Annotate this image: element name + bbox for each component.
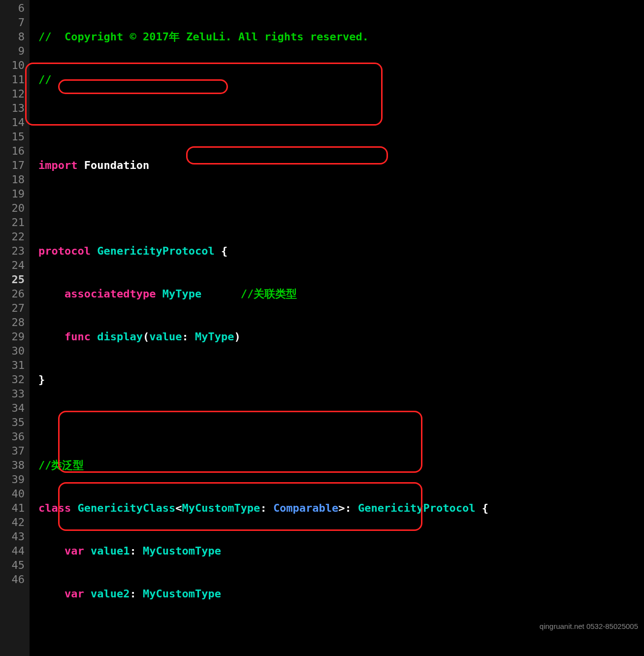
line-number: 36 <box>0 429 25 444</box>
comment-text: // <box>38 73 52 86</box>
line-number: 37 <box>0 444 25 458</box>
line-number: 21 <box>0 215 25 230</box>
line-number: 8 <box>0 30 25 44</box>
func-name: display <box>97 330 143 343</box>
line-number: 35 <box>0 415 25 429</box>
line-number: 20 <box>0 201 25 215</box>
keyword: func <box>64 330 91 343</box>
code-line: var value1: MyCustomType <box>38 544 644 558</box>
comment-text: //关联类型 <box>241 288 297 300</box>
line-number: 19 <box>0 187 25 201</box>
code-line: func display(value: MyType) <box>38 329 644 344</box>
keyword: var <box>64 588 84 600</box>
code-line: // Copyright © 2017年 ZeluLi. All rights … <box>38 30 644 44</box>
line-number-gutter: 6789101112131415161718192021222324252627… <box>0 0 30 656</box>
line-number: 26 <box>0 287 25 301</box>
line-number: 46 <box>0 572 25 587</box>
line-number: 7 <box>0 15 25 30</box>
keyword: protocol <box>38 245 91 257</box>
line-number: 39 <box>0 472 25 487</box>
line-number: 18 <box>0 172 25 187</box>
line-number: 43 <box>0 529 25 544</box>
line-number: 14 <box>0 115 25 130</box>
code-line: //类泛型 <box>38 458 644 472</box>
line-number: 42 <box>0 515 25 529</box>
line-number: 41 <box>0 501 25 515</box>
code-area[interactable]: // Copyright © 2017年 ZeluLi. All rights … <box>30 0 644 656</box>
line-number: 33 <box>0 387 25 401</box>
line-number: 13 <box>0 101 25 115</box>
keyword: associatedtype <box>64 288 156 300</box>
keyword: import <box>38 159 77 171</box>
type-name: GenericityClass <box>77 502 175 514</box>
code-line <box>38 201 644 215</box>
code-line <box>38 115 644 130</box>
line-number: 44 <box>0 544 25 558</box>
comment-text: // Copyright © 2017年 ZeluLi. All rights … <box>38 31 369 43</box>
code-line <box>38 415 644 429</box>
line-number: 27 <box>0 301 25 315</box>
line-number: 30 <box>0 344 25 358</box>
identifier: Foundation <box>84 159 149 171</box>
code-line: // <box>38 72 644 87</box>
line-number: 34 <box>0 401 25 415</box>
line-number: 24 <box>0 258 25 272</box>
code-line: protocol GenericityProtocol { <box>38 244 644 258</box>
line-number: 40 <box>0 487 25 501</box>
line-number: 12 <box>0 87 25 101</box>
type-name: GenericityProtocol <box>97 245 214 257</box>
comment-text: //类泛型 <box>38 459 84 471</box>
line-number: 25 <box>0 272 25 287</box>
type-ref: Comparable <box>273 502 338 514</box>
keyword: class <box>38 502 71 514</box>
line-number: 38 <box>0 458 25 472</box>
line-number: 32 <box>0 372 25 387</box>
line-number: 22 <box>0 230 25 244</box>
type-name: MyType <box>162 288 201 300</box>
code-line: } <box>38 372 644 387</box>
code-line: class GenericityClass<MyCustomType: Comp… <box>38 501 644 515</box>
line-number: 11 <box>0 72 25 87</box>
code-editor: 6789101112131415161718192021222324252627… <box>0 0 644 656</box>
keyword: var <box>64 545 84 557</box>
line-number: 23 <box>0 244 25 258</box>
line-number: 29 <box>0 329 25 344</box>
line-number: 28 <box>0 315 25 329</box>
code-line: associatedtype MyType //关联类型 <box>38 287 644 301</box>
code-line: var value2: MyCustomType <box>38 587 644 601</box>
code-line: import Foundation <box>38 158 644 172</box>
code-line <box>38 629 644 644</box>
line-number: 15 <box>0 130 25 144</box>
line-number: 17 <box>0 158 25 172</box>
line-number: 31 <box>0 358 25 372</box>
watermark-text: qingruanit.net 0532-85025005 <box>540 622 638 630</box>
line-number: 6 <box>0 1 25 15</box>
line-number: 16 <box>0 144 25 158</box>
line-number: 9 <box>0 44 25 58</box>
line-number: 45 <box>0 558 25 572</box>
line-number: 10 <box>0 58 25 72</box>
